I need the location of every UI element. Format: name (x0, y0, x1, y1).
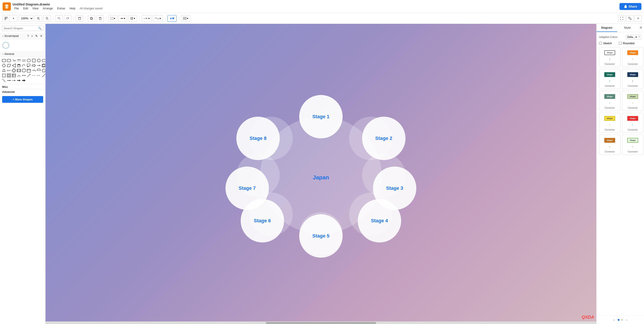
style-card-7[interactable]: Shape ↑ Connector (599, 113, 620, 133)
shape-arrow3[interactable] (17, 78, 21, 83)
shape-rectangle[interactable] (2, 58, 6, 63)
shape-dashed-line[interactable] (37, 73, 41, 78)
shape-text[interactable]: Text (12, 58, 16, 63)
sketch-checkbox[interactable] (599, 42, 602, 45)
paste-btn[interactable] (96, 15, 104, 22)
shape-callout[interactable] (27, 63, 31, 68)
shape-arrow-right[interactable] (32, 63, 36, 68)
waypoint-btn[interactable]: ▾ (153, 15, 163, 22)
stage-1-circle[interactable]: Stage 1 (299, 95, 342, 138)
delete-btn[interactable] (76, 15, 83, 22)
shape-rectangle-rounded[interactable] (7, 58, 11, 63)
shape-cross[interactable] (12, 68, 16, 73)
shape-rect3d[interactable] (42, 63, 46, 68)
canvas-area[interactable]: Stage 1 Stage 2 Stage 3 Stage 4 Stage 5 … (46, 24, 596, 324)
shadow-btn[interactable]: ▾ (128, 15, 137, 22)
shape-process[interactable] (17, 68, 21, 73)
general-section[interactable]: – General (0, 51, 45, 57)
style-card-2[interactable]: Shape ↑ Connector (622, 47, 643, 67)
stage-4-circle[interactable]: Stage 4 (358, 199, 401, 242)
shape-cylinder[interactable] (17, 63, 21, 68)
shape-diamond[interactable] (2, 63, 6, 68)
shape-heading[interactable]: Head (17, 58, 21, 63)
fit-page-btn[interactable] (618, 15, 625, 22)
rounded-checkbox[interactable] (619, 42, 622, 45)
stage-2-circle[interactable]: Stage 2 (362, 117, 406, 160)
style-card-8[interactable]: Shape ↑ Connector (622, 113, 643, 133)
scratchpad-section[interactable]: – Scratchpad ? + ✎ ✕ (0, 33, 45, 40)
shape-arrow4[interactable] (22, 78, 26, 83)
shape-diagonal-line[interactable] (42, 73, 46, 78)
right-close-btn[interactable]: ✕ (638, 24, 644, 32)
arrow-style-btn[interactable]: ▾ (142, 15, 152, 22)
shape-parallelogram[interactable] (7, 63, 11, 68)
style-card-5[interactable]: Shape ↑ Connector (599, 91, 620, 111)
canvas-scrollbar[interactable] (46, 322, 596, 324)
shape-arc[interactable] (17, 73, 21, 78)
menu-help[interactable]: Help (68, 6, 77, 11)
scratch-item[interactable] (2, 42, 9, 48)
shape-frame[interactable] (27, 68, 31, 73)
menu-file[interactable]: File (12, 6, 20, 11)
shape-ellipse[interactable] (27, 58, 31, 63)
menu-extras[interactable]: Extras (56, 6, 67, 11)
shape-diagonal-line2[interactable] (2, 78, 6, 83)
tab-style[interactable]: Style (617, 24, 638, 32)
reset-view-btn[interactable] (626, 15, 634, 22)
menu-edit[interactable]: Edit (22, 6, 30, 11)
scratchpad-help[interactable]: ? (26, 34, 30, 38)
shape-diagonal-arrow[interactable] (27, 73, 31, 78)
scratchpad-add[interactable]: + (30, 34, 34, 38)
shape-rect-rounded2[interactable] (42, 58, 46, 63)
page-prev[interactable]: ‹ (612, 318, 616, 322)
shape-circle[interactable] (37, 58, 41, 63)
adaptive-colors-dropdown[interactable]: Defa... ▾ ? (626, 35, 642, 40)
stage-8-circle[interactable]: Stage 8 (236, 117, 280, 160)
shape-note[interactable] (22, 58, 26, 63)
menu-view[interactable]: View (30, 6, 40, 11)
more-shapes-button[interactable]: + More Shapes (2, 96, 43, 103)
shape-hexagon[interactable] (22, 68, 26, 73)
tab-diagram[interactable]: Diagram (596, 24, 617, 32)
page-dot-2[interactable] (621, 319, 623, 321)
shape-square2[interactable] (2, 73, 6, 78)
style-card-3[interactable]: Shape ↑ Connector (599, 69, 620, 89)
stage-7-circle[interactable]: Stage 7 (226, 166, 269, 210)
shape-bidir-arrow[interactable] (22, 73, 26, 78)
table-btn[interactable]: ▾ (181, 15, 190, 22)
pages-dropdown[interactable]: ▾ (10, 15, 17, 22)
canvas-scrollbar-thumb[interactable] (266, 322, 376, 324)
style-card-9[interactable]: Shape ↑ Connector (599, 135, 620, 155)
search-input[interactable] (4, 27, 37, 30)
shape-list[interactable] (12, 73, 16, 78)
shape-dotted-line[interactable] (32, 73, 36, 78)
shape-trapezoid[interactable] (2, 68, 6, 73)
shape-cloud[interactable] (22, 63, 26, 68)
style-card-4[interactable]: Shape ↑ Connector (622, 69, 643, 89)
zoom-select[interactable]: 100% 75% 50% 150% 200% (19, 15, 34, 22)
doc-title[interactable]: Untitled Diagram.drawio (12, 2, 102, 6)
shape-wave2[interactable] (32, 68, 36, 73)
undo-btn[interactable] (55, 15, 63, 22)
copy-btn[interactable] (88, 15, 95, 22)
close-panel-btn[interactable]: ✕ (634, 15, 642, 22)
shape-square[interactable] (32, 58, 36, 63)
shape-half-circle[interactable] (37, 68, 41, 73)
page-dot-1[interactable] (618, 319, 620, 321)
style-card-1[interactable]: Shape ↑ Connector (599, 47, 620, 67)
scratchpad-edit[interactable]: ✎ (34, 34, 38, 38)
shape-inner-square[interactable] (7, 73, 11, 78)
style-card-6[interactable]: Shape ↑ Connector (622, 91, 643, 111)
shape-arrow-simple[interactable] (37, 63, 41, 68)
line-color-btn[interactable]: ▾ (118, 15, 127, 22)
shape-triangle-right[interactable] (12, 63, 16, 68)
shape-pentagonal[interactable] (42, 68, 46, 73)
zoom-out-btn[interactable] (43, 15, 51, 22)
share-button[interactable]: Share (620, 3, 642, 10)
redo-btn[interactable] (64, 15, 71, 22)
menu-arrange[interactable]: Arrange (41, 6, 54, 11)
stage-5-circle[interactable]: Stage 5 (299, 214, 342, 258)
add-btn[interactable]: +▾ (168, 15, 176, 22)
scratchpad-close[interactable]: ✕ (39, 34, 43, 38)
adaptive-colors-help-icon[interactable]: ? (638, 36, 640, 38)
